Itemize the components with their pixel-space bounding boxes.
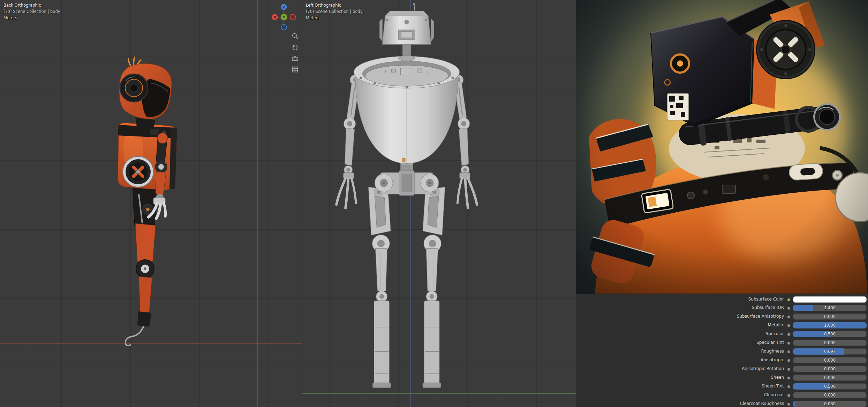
gizmo-axis-x-negative[interactable] [290,14,296,20]
slider-specular[interactable]: 0.500 [793,331,867,337]
slider-value: 1.400 [793,305,867,311]
object-origin-dot [402,158,405,162]
viewport-toolbar [291,32,299,73]
keyframe-decorator-dot[interactable] [787,350,790,353]
prop-row-subsurface-ior: Subsurface IOR1.400 [576,304,868,312]
slider-anisotropic-rotation[interactable]: 0.000 [793,366,867,372]
gizmo-y-label: Y [282,15,285,19]
prop-row-clearcoat-roughness: Clearcoat Roughness0.030 [576,400,868,407]
prop-label-clearcoat-roughness: Clearcoat Roughness [740,401,784,406]
blender-window: Back Orthographic (70) Scene Collection … [0,0,868,407]
gizmo-axis-z-negative[interactable] [281,24,287,30]
slider-value: 0.000 [793,313,867,320]
shoulder-joint-disc [123,156,153,187]
slider-value: 0.500 [793,383,867,390]
prop-row-subsurface-anisotropy: Subsurface Anisotropy0.000 [576,312,868,321]
prop-label-metallic: Metallic [768,323,784,327]
prop-row-anisotropic-rotation: Anisotropic Rotation0.000 [576,365,868,373]
keyframe-decorator-dot[interactable] [787,403,790,406]
grid-icon[interactable] [291,66,299,73]
keyframe-decorator-dot[interactable] [787,298,790,301]
slider-value: 0.697 [793,348,867,355]
gizmo-z-label: Z [283,5,285,9]
gizmo-svg: Z X Y [271,2,296,32]
prop-label-specular-tint: Specular Tint [756,340,784,345]
keyframe-decorator-dot[interactable] [787,307,790,310]
prop-row-sheen: Sheen0.000 [576,373,868,382]
slider-clearcoat[interactable]: 0.000 [793,392,867,398]
slider-value: 0.000 [793,392,867,398]
hand-icon[interactable] [291,43,299,51]
prop-row-roughness: Roughness0.697 [576,347,868,356]
slider-sheen[interactable]: 0.000 [793,375,867,381]
navigation-gizmo[interactable]: Z X Y [271,2,296,32]
prop-label-subsurface-anisotropy: Subsurface Anisotropy [737,314,784,319]
keyframe-decorator-dot[interactable] [787,377,790,379]
keyframe-decorator-dot[interactable] [787,324,790,327]
prop-label-subsurface-ior: Subsurface IOR [752,305,784,310]
prop-label-sheen-tint: Sheen Tint [762,384,784,388]
slider-sheen-tint[interactable]: 0.500 [793,383,867,390]
robot-front-figure[interactable] [337,3,477,387]
slider-value: 0.000 [793,375,867,381]
slider-subsurface-anisotropy[interactable]: 0.000 [793,313,867,320]
robot-hip-assembly [375,170,439,195]
prop-row-sheen-tint: Sheen Tint0.500 [576,382,868,391]
prop-label-subsurface-color: Subsurface Color [748,297,784,302]
slider-anisotropic[interactable]: 0.000 [793,357,867,363]
color-swatch-subsurface-color[interactable] [793,296,867,303]
material-properties-panel: Subsurface ColorSubsurface IOR1.400Subsu… [576,294,868,407]
prop-label-anisotropic-rotation: Anisotropic Rotation [742,366,784,371]
robot-model-back-view[interactable] [0,0,302,407]
ear-disc [120,74,148,102]
foot-skid-wire [126,326,144,346]
prop-row-specular: Specular0.500 [576,330,868,339]
prop-label-clearcoat: Clearcoat [764,392,784,397]
camera-icon[interactable] [291,54,299,62]
keyframe-decorator-dot[interactable] [787,359,790,362]
gizmo-x-label: X [273,15,276,19]
prop-row-metallic: Metallic1.000 [576,321,868,330]
rendered-robot-image [576,0,868,294]
render-preview-area[interactable] [576,0,868,294]
keyframe-decorator-dot[interactable] [787,394,790,397]
robot-model-front-view[interactable] [302,0,576,407]
robot-leg [369,187,391,388]
slider-value: 1.000 [793,322,867,328]
prop-label-sheen: Sheen [771,375,784,380]
slider-value: 0.000 [793,357,867,363]
robot-head [119,57,172,119]
slider-metallic[interactable]: 1.000 [793,322,867,328]
prop-label-roughness: Roughness [761,349,784,354]
slider-value: 0.500 [793,331,867,337]
magnifier-icon[interactable] [291,32,299,40]
prop-label-specular: Specular [766,331,784,336]
prop-row-specular-tint: Specular Tint0.000 [576,339,868,347]
slider-value: 0.030 [793,401,867,407]
keyframe-decorator-dot[interactable] [787,342,790,345]
slider-specular-tint[interactable]: 0.000 [793,340,867,346]
prop-row-anisotropic: Anisotropic0.000 [576,356,868,365]
robot-head [379,3,434,44]
prop-row-subsurface-color: Subsurface Color [576,295,868,304]
keyframe-decorator-dot[interactable] [787,385,790,388]
robot-back-figure[interactable] [118,57,178,346]
slider-roughness[interactable]: 0.697 [793,348,867,355]
slider-clearcoat-roughness[interactable]: 0.030 [793,401,867,407]
keyframe-decorator-dot[interactable] [787,368,790,371]
slider-value: 0.000 [793,340,867,346]
prop-row-clearcoat: Clearcoat0.000 [576,391,868,400]
viewport-back-orthographic[interactable]: Back Orthographic (70) Scene Collection … [0,0,302,407]
keyframe-decorator-dot[interactable] [787,333,790,336]
slider-subsurface-ior[interactable]: 1.400 [793,305,867,311]
keyframe-decorator-dot[interactable] [787,316,790,318]
viewport-left-orthographic[interactable]: Left Orthographic (70) Scene Collection … [302,0,576,407]
slider-value: 0.000 [793,366,867,372]
prop-label-anisotropic: Anisotropic [761,357,784,362]
